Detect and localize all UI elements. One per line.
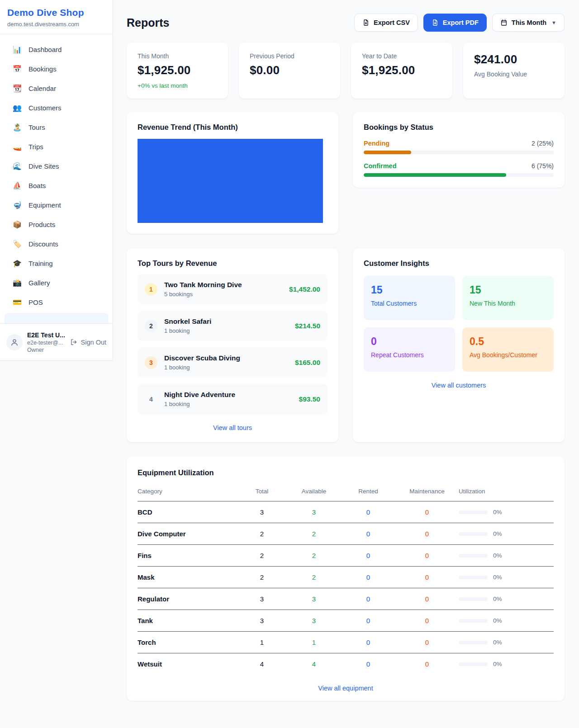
tour-row: 2 Snorkel Safari 1 booking $214.50 [138,311,327,341]
insight-tile-new-this-month: 15 New This Month [462,276,554,320]
utilization-bar [459,597,488,601]
tour-name: Snorkel Safari [164,317,288,326]
bookings-by-status-card: Bookings by Status Pending 2 (25%) Confi… [353,112,565,188]
bookings-by-status-title: Bookings by Status [364,123,554,132]
user-name: E2E Test U... [27,331,66,339]
insight-label: Avg Bookings/Customer [470,351,546,359]
period-dropdown[interactable]: This Month ▼ [492,14,565,32]
tour-row: 1 Two Tank Morning Dive 5 bookings $1,45… [138,274,327,304]
customers-icon: 👥 [13,104,22,112]
stat-value: $0.00 [250,63,329,77]
tour-amount: $214.50 [295,322,320,330]
stat-card-avg-booking-value: $241.00 Avg Booking Value [463,43,565,99]
top-tours-card: Top Tours by Revenue 1 Two Tank Morning … [127,248,338,442]
insight-label: Total Customers [371,300,448,307]
sidebar-item-gallery[interactable]: 📸 Gallery [5,274,108,291]
insight-label: Repeat Customers [371,351,448,359]
sidebar-item-boats[interactable]: ⛵ Boats [5,177,108,194]
user-icon [10,338,19,346]
column-header: Utilization [459,488,554,495]
sidebar-item-training[interactable]: 🎓 Training [5,255,108,272]
progress-track [364,151,554,154]
tour-row: 4 Night Dive Adventure 1 booking $93.50 [138,384,327,414]
tour-amount: $93.50 [299,395,320,403]
brand-block: Demo Dive Shop demo.test.divestreams.com [0,0,113,34]
status-row-confirmed: Confirmed 6 (75%) [364,162,554,177]
view-all-customers-link[interactable]: View all customers [364,382,554,389]
user-email: e2e-tester@... [27,340,66,346]
sidebar-item-calendar[interactable]: 📆 Calendar [5,80,108,97]
bookings-icon: 📅 [13,65,22,73]
brand-domain: demo.test.divestreams.com [7,21,105,28]
table-header-row: Category Total Available Rented Maintena… [138,485,554,501]
top-tours-title: Top Tours by Revenue [138,259,327,268]
table-row: Torch 1 1 0 0 0% [138,632,554,653]
user-role: Owner [27,347,66,353]
rank-badge: 4 [145,393,157,406]
charts-row: Revenue Trend (This Month) Bookings by S… [127,112,565,234]
dive-sites-icon: 🌊 [13,162,22,170]
column-header: Rented [341,488,395,495]
revenue-trend-title: Revenue Trend (This Month) [138,123,327,132]
insight-value: 0.5 [470,336,546,348]
avatar [6,334,23,350]
calendar-icon [500,19,508,26]
sidebar-item-equipment[interactable]: 🤿 Equipment [5,196,108,213]
status-label: Pending [364,140,389,147]
equipment-icon: 🤿 [13,201,22,209]
table-row: BCD 3 3 0 0 0% [138,501,554,523]
table-row: Wetsuit 4 4 0 0 0% [138,653,554,675]
sidebar-item-tours[interactable]: 🏝️ Tours [5,118,108,136]
sidebar-item-pos[interactable]: 💳 POS [5,293,108,311]
utilization-bar [459,641,488,644]
training-icon: 🎓 [13,259,22,268]
tour-amount: $1,452.00 [289,285,320,293]
file-export-icon [362,19,370,26]
insight-value: 15 [371,284,448,296]
table-row: Tank 3 3 0 0 0% [138,610,554,632]
customer-insights-card: Customer Insights 15 Total Customers 15 … [353,248,565,442]
status-count: 2 (25%) [532,140,554,147]
sidebar-item-customers[interactable]: 👥 Customers [5,99,108,116]
utilization-bar [459,554,488,558]
insight-value: 0 [371,336,448,348]
stat-delta: +0% vs last month [138,82,217,89]
customer-insights-title: Customer Insights [364,259,554,268]
insight-value: 15 [470,284,546,296]
export-csv-button[interactable]: Export CSV [354,14,418,32]
sidebar-item-dashboard[interactable]: 📊 Dashboard [5,41,108,58]
table-row: Mask 2 2 0 0 0% [138,567,554,588]
rank-badge: 1 [145,283,157,296]
rank-badge: 2 [145,320,157,332]
utilization-bar [459,511,488,514]
utilization-bar [459,576,488,579]
discounts-icon: 🏷️ [13,240,22,248]
tour-name: Discover Scuba Diving [164,354,288,362]
equipment-table: Category Total Available Rented Maintena… [138,485,554,675]
view-all-tours-link[interactable]: View all tours [138,424,327,431]
user-info: E2E Test U... e2e-tester@... Owner [27,331,66,353]
sidebar-item-products[interactable]: 📦 Products [5,216,108,233]
sidebar-item-trips[interactable]: 🚤 Trips [5,138,108,155]
status-row-pending: Pending 2 (25%) [364,140,554,154]
tours-icon: 🏝️ [13,123,22,132]
export-pdf-button[interactable]: Export PDF [423,14,487,32]
tour-amount: $165.00 [295,359,320,367]
insight-tile-repeat-customers: 0 Repeat Customers [364,327,455,372]
progress-fill [364,173,506,177]
view-all-equipment-link[interactable]: View all equipment [138,685,554,692]
table-row: Fins 2 2 0 0 0% [138,545,554,567]
revenue-trend-card: Revenue Trend (This Month) [127,112,338,234]
sign-out-button[interactable]: Sign Out [70,338,106,346]
sign-out-icon [70,338,78,346]
sidebar-item-bookings[interactable]: 📅 Bookings [5,60,108,77]
sidebar-item-discounts[interactable]: 🏷️ Discounts [5,235,108,252]
sidebar-item-dive-sites[interactable]: 🌊 Dive Sites [5,157,108,175]
tour-name: Night Dive Adventure [164,391,292,399]
page-header: Reports Export CSV Export PDF This Month… [127,14,565,32]
sidebar-nav: 📊 Dashboard 📅 Bookings 📆 Calendar 👥 Cust… [0,34,113,360]
insights-row: Top Tours by Revenue 1 Two Tank Morning … [127,248,565,442]
boats-icon: ⛵ [13,181,22,190]
trips-icon: 🚤 [13,142,22,151]
tour-row: 3 Discover Scuba Diving 1 booking $165.0… [138,347,327,378]
